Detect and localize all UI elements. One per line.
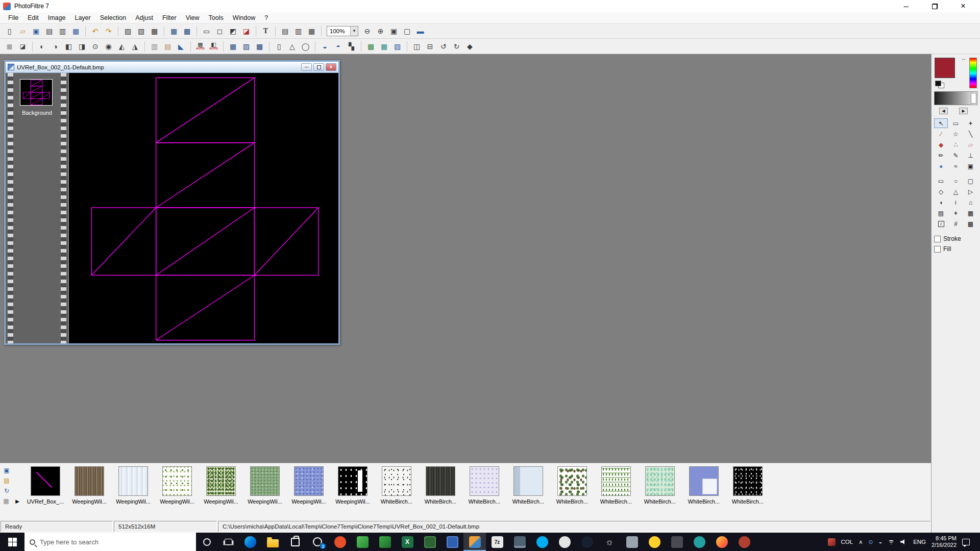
thumbnail-item[interactable]: WhiteBirch... xyxy=(468,466,501,517)
foreground-color-swatch[interactable] xyxy=(935,58,955,78)
taskbar-clock[interactable]: 8:45 PM 2/16/2022 xyxy=(932,535,957,548)
auto-levels-icon[interactable]: ▦AUTO xyxy=(194,40,207,52)
pattern-icon[interactable]: ▨ xyxy=(391,40,404,52)
move-tool-icon[interactable]: + xyxy=(964,118,977,128)
print-icon[interactable]: ▤ xyxy=(43,25,56,37)
saturation-plus-icon[interactable]: ◉ xyxy=(102,40,115,52)
taskbar-app-7zip[interactable]: 7z xyxy=(486,533,508,551)
smudge-tool-icon[interactable]: ≈ xyxy=(949,161,963,171)
mosaic-icon[interactable]: ▦ xyxy=(227,40,239,52)
polygon-shape-icon[interactable]: ⌂ xyxy=(964,197,977,207)
menu-file[interactable]: File xyxy=(4,13,22,22)
taskbar-app-opera[interactable] xyxy=(329,533,351,551)
shade-left-button[interactable]: ◀ xyxy=(939,108,948,114)
blur-drop-icon[interactable]: ◒ xyxy=(318,40,331,52)
taskbar-app-skype[interactable] xyxy=(531,533,553,551)
checker-icon[interactable]: ▩ xyxy=(964,219,977,229)
eyedropper-tool-icon[interactable]: ∕ xyxy=(934,129,948,139)
thumbnail-item[interactable]: UVRef_Box_... xyxy=(29,466,62,517)
thumbnail-item[interactable]: WhiteBirch... xyxy=(599,466,633,517)
print-preview-icon[interactable]: ▥ xyxy=(56,25,69,37)
thumbnail-image[interactable] xyxy=(470,466,499,496)
explorer-folder-icon[interactable]: ▤ xyxy=(2,477,11,485)
duplicate-layer-icon[interactable]: ▥ xyxy=(292,25,305,37)
thumbnail-item[interactable]: WeepingWil... xyxy=(336,466,370,517)
contrast-minus-icon[interactable]: ◧ xyxy=(62,40,75,52)
thumbnail-item[interactable]: WhiteBirch... xyxy=(555,466,589,517)
menu-tools[interactable]: Tools xyxy=(205,13,228,22)
thumbnail-item[interactable]: WhiteBirch... xyxy=(380,466,413,517)
thumbnail-image[interactable] xyxy=(250,466,280,496)
taskbar-app-steam[interactable] xyxy=(576,533,598,551)
taskbar-app-calculator[interactable] xyxy=(508,533,531,551)
task-view-button[interactable] xyxy=(217,533,239,551)
frame-teal-icon[interactable]: ▦ xyxy=(378,40,390,52)
gamma-plus-icon[interactable]: ◮ xyxy=(129,40,141,52)
select-all-icon[interactable]: ◻ xyxy=(213,25,226,37)
rectangle-shape-icon[interactable]: ▭ xyxy=(934,176,948,186)
fill-tool-icon[interactable]: ◆ xyxy=(934,140,948,149)
thumbnail-image[interactable] xyxy=(294,466,324,496)
doc-restore-button[interactable] xyxy=(313,63,324,71)
thumbnail-image[interactable] xyxy=(162,466,192,496)
hue-strip[interactable] xyxy=(969,58,977,88)
rotate-right-icon[interactable]: ↻ xyxy=(450,40,463,52)
triangle-shape-icon[interactable]: △ xyxy=(949,187,963,196)
taskbar-app-white[interactable] xyxy=(553,533,576,551)
cylinder-effect-icon[interactable]: ▯ xyxy=(273,40,285,52)
crop-icon[interactable]: # xyxy=(949,219,963,229)
diamond-shape-icon[interactable]: ◇ xyxy=(934,187,948,196)
taskbar-app-settings[interactable]: ☼ xyxy=(598,533,621,551)
sepia-icon[interactable]: ▤ xyxy=(161,40,174,52)
sharpen-grid-icon[interactable]: ▩ xyxy=(253,40,266,52)
arrow-tool-icon[interactable]: ↖ xyxy=(934,118,948,128)
thumbnail-image[interactable] xyxy=(426,466,455,496)
sharpen-drop-icon[interactable]: ◓ xyxy=(332,40,345,52)
wifi-icon[interactable] xyxy=(888,539,895,545)
doc-minimize-button[interactable]: ─ xyxy=(301,63,312,71)
zoom-actual-icon[interactable]: ▣ xyxy=(387,25,400,37)
magic-wand-tool-icon[interactable]: ☆ xyxy=(949,129,963,139)
thumbnail-item[interactable]: WhiteBirch... xyxy=(643,466,677,517)
volume-icon[interactable] xyxy=(900,539,908,545)
taskbar-app-firefox[interactable] xyxy=(710,533,733,551)
taskbar-app-dark[interactable] xyxy=(666,533,688,551)
thumbnail-item[interactable]: WeepingWil... xyxy=(116,466,150,517)
color-to-transparent-icon[interactable]: ◪ xyxy=(16,40,29,52)
antialias-icon[interactable]: ▨ xyxy=(240,40,253,52)
scan-icon[interactable]: ▦ xyxy=(69,25,82,37)
minimize-button[interactable]: ─ xyxy=(899,1,913,11)
redo-icon[interactable]: ↷ xyxy=(102,25,115,37)
rotate-left-icon[interactable]: ↺ xyxy=(437,40,450,52)
taskbar-app-store[interactable] xyxy=(284,533,306,551)
menu-view[interactable]: View xyxy=(182,13,204,22)
thumbnail-image[interactable] xyxy=(118,466,148,496)
retouch-tool-icon[interactable]: ▣ xyxy=(964,161,977,171)
menu-window[interactable]: Window xyxy=(229,13,259,22)
cancel-selection-icon[interactable]: ◪ xyxy=(240,25,253,37)
symmetry-vertical-icon[interactable]: ⊟ xyxy=(424,40,436,52)
crosshair-icon[interactable]: + xyxy=(949,208,963,218)
zoom-dropdown-arrow-icon[interactable]: ▼ xyxy=(350,27,358,36)
eraser-tool-icon[interactable]: ▱ xyxy=(964,140,977,149)
tray-status-icon-2[interactable]: ◒ xyxy=(878,539,882,545)
zoom-fit-icon[interactable]: ▢ xyxy=(401,25,413,37)
thumbnail-image[interactable] xyxy=(382,466,411,496)
shade-gradient-bar[interactable] xyxy=(934,91,977,105)
thumbnail-image[interactable] xyxy=(733,466,763,496)
open-file-icon[interactable]: ▱ xyxy=(16,25,29,37)
menu-layer[interactable]: Layer xyxy=(70,13,94,22)
selection-options-icon[interactable]: ◩ xyxy=(227,25,239,37)
image-size-icon[interactable]: ▦ xyxy=(167,25,180,37)
keyboard-layout-label[interactable]: COL xyxy=(841,539,853,545)
lasso-shape-icon[interactable]: ≀ xyxy=(949,197,963,207)
canvas-size-icon[interactable]: ▩ xyxy=(181,25,193,37)
thumbnail-item[interactable]: WeepingWil... xyxy=(160,466,194,517)
right-triangle-shape-icon[interactable]: ▷ xyxy=(964,187,977,196)
thumbnail-item[interactable]: WhiteBirch... xyxy=(511,466,545,517)
thumbnail-item[interactable]: WeepingWil... xyxy=(248,466,282,517)
language-label[interactable]: ENG xyxy=(913,539,926,545)
search-input[interactable] xyxy=(40,538,191,546)
thumbnail-image[interactable] xyxy=(206,466,236,496)
info-icon[interactable]: i xyxy=(934,219,948,229)
